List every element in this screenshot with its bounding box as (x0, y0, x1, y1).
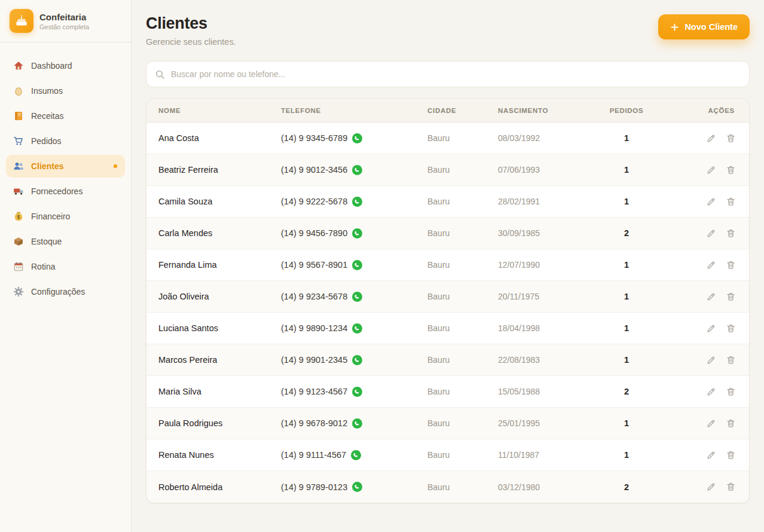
edit-button[interactable] (706, 260, 716, 270)
delete-button[interactable] (726, 228, 736, 239)
client-orders: 1 (594, 323, 659, 333)
client-orders: 1 (594, 292, 659, 301)
calendar-icon (13, 261, 24, 272)
row-actions (659, 323, 737, 334)
client-phone: (14) 9 9567-8901 (281, 260, 347, 270)
book-icon (13, 111, 24, 121)
edit-button[interactable] (706, 482, 716, 492)
client-city: Bauru (427, 323, 498, 333)
delete-button[interactable] (726, 323, 736, 334)
edit-button[interactable] (706, 387, 716, 397)
sidebar-item-insumos[interactable]: Insumos (6, 80, 125, 102)
client-city: Bauru (427, 418, 498, 428)
new-client-button[interactable]: Novo Cliente (658, 14, 750, 39)
client-phone-cell: (14) 9 9012-3456 (281, 165, 427, 175)
edit-button[interactable] (706, 292, 716, 302)
client-city: Bauru (427, 387, 498, 396)
sidebar-item-receitas[interactable]: Receitas (6, 105, 125, 127)
edit-button[interactable] (706, 450, 716, 460)
delete-button[interactable] (726, 260, 736, 270)
client-phone: (14) 9 9890-1234 (281, 323, 347, 333)
client-city: Bauru (427, 228, 498, 238)
table-row: Camila Souza(14) 9 9222-5678Bauru28/02/1… (146, 186, 749, 218)
row-actions (659, 133, 737, 143)
plus-icon (670, 23, 679, 32)
col-header-nome: NOME (158, 107, 281, 114)
delete-button[interactable] (726, 450, 736, 460)
delete-button[interactable] (726, 292, 736, 302)
client-name: João Oliveira (158, 292, 281, 301)
sidebar-item-estoque[interactable]: Estoque (6, 230, 125, 253)
delete-button[interactable] (726, 133, 736, 143)
client-phone-cell: (14) 9 9890-1234 (281, 323, 427, 334)
whatsapp-icon[interactable] (352, 387, 362, 397)
edit-button[interactable] (706, 228, 716, 239)
page-title-block: Clientes Gerencie seus clientes. (146, 14, 236, 47)
sidebar-item-configuracoes[interactable]: Configurações (6, 280, 125, 303)
whatsapp-icon[interactable] (352, 323, 362, 334)
cake-icon (10, 9, 33, 33)
row-actions (659, 387, 737, 397)
whatsapp-icon[interactable] (352, 197, 362, 207)
sidebar-item-rotina[interactable]: Rotina (6, 255, 125, 278)
client-phone: (14) 9 9678-9012 (281, 418, 347, 428)
edit-button[interactable] (706, 418, 716, 429)
sidebar-item-dashboard[interactable]: Dashboard (6, 54, 125, 77)
whatsapp-icon[interactable] (352, 418, 362, 429)
whatsapp-icon[interactable] (352, 355, 362, 365)
client-phone-cell: (14) 9 9567-8901 (281, 260, 427, 270)
table-row: Beatriz Ferreira(14) 9 9012-3456Bauru07/… (146, 154, 749, 186)
delete-button[interactable] (726, 387, 736, 397)
table-row: Renata Nunes(14) 9 9111-4567Bauru11/10/1… (146, 439, 749, 471)
client-orders: 2 (594, 387, 659, 396)
col-header-acoes: AÇÕES (659, 107, 737, 114)
whatsapp-icon[interactable] (352, 482, 362, 492)
client-city: Bauru (427, 197, 498, 206)
sidebar-item-fornecedores[interactable]: Fornecedores (6, 180, 125, 203)
client-phone-cell: (14) 9 9789-0123 (281, 482, 427, 492)
table-body: Ana Costa(14) 9 9345-6789Bauru08/03/1992… (146, 123, 749, 503)
page-title: Clientes (146, 14, 236, 33)
delete-button[interactable] (726, 197, 736, 207)
edit-button[interactable] (706, 165, 716, 175)
box-icon (13, 236, 24, 247)
client-phone: (14) 9 9456-7890 (281, 228, 347, 238)
client-city: Bauru (427, 482, 498, 492)
client-city: Bauru (427, 260, 498, 270)
sidebar-item-label: Estoque (31, 237, 62, 246)
row-actions (659, 418, 737, 429)
edit-button[interactable] (706, 323, 716, 334)
client-orders: 1 (594, 133, 659, 143)
sidebar-item-financeiro[interactable]: $Financeiro (6, 205, 125, 228)
page-subtitle: Gerencie seus clientes. (146, 37, 236, 47)
sidebar-item-clientes[interactable]: Clientes (6, 155, 125, 178)
table-row: Roberto Almeida(14) 9 9789-0123Bauru03/1… (146, 471, 749, 503)
edit-button[interactable] (706, 133, 716, 143)
delete-button[interactable] (726, 418, 736, 429)
edit-button[interactable] (706, 197, 716, 207)
whatsapp-icon[interactable] (352, 165, 362, 175)
whatsapp-icon[interactable] (352, 228, 362, 239)
client-phone: (14) 9 9234-5678 (281, 292, 347, 301)
client-name: Beatriz Ferreira (158, 165, 281, 175)
client-name: Camila Souza (158, 197, 281, 206)
delete-button[interactable] (726, 355, 736, 365)
client-name: Fernanda Lima (158, 260, 281, 270)
whatsapp-icon[interactable] (351, 450, 361, 460)
client-phone-cell: (14) 9 9111-4567 (281, 450, 427, 460)
sidebar-item-pedidos[interactable]: Pedidos (6, 130, 125, 152)
search-icon (155, 69, 165, 80)
whatsapp-icon[interactable] (352, 292, 362, 302)
whatsapp-icon[interactable] (352, 133, 362, 143)
table-row: Luciana Santos(14) 9 9890-1234Bauru18/04… (146, 313, 749, 344)
delete-button[interactable] (726, 165, 736, 175)
delete-button[interactable] (726, 482, 736, 492)
whatsapp-icon[interactable] (352, 260, 362, 270)
edit-button[interactable] (706, 355, 716, 365)
client-phone-cell: (14) 9 9123-4567 (281, 387, 427, 397)
brand-name: Confeitaria (39, 12, 89, 22)
sidebar: Confeitaria Gestão completa DashboardIns… (0, 0, 132, 532)
client-phone-cell: (14) 9 9456-7890 (281, 228, 427, 239)
search-input[interactable] (171, 69, 741, 79)
client-birth: 22/08/1983 (498, 355, 594, 365)
